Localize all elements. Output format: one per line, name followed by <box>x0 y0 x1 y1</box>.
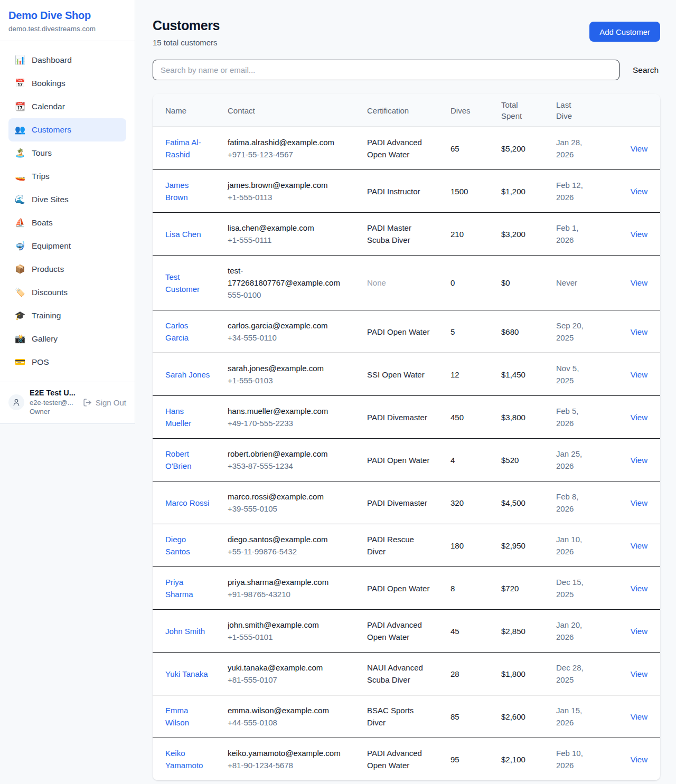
sidebar-item-boats[interactable]: ⛵Boats <box>8 211 126 234</box>
cell-certification: PADI Advanced Open Water <box>359 738 442 781</box>
cell-last-dive: Dec 15, 2025 <box>548 567 597 610</box>
sidebar-item-gallery[interactable]: 📸Gallery <box>8 327 126 351</box>
view-link[interactable]: View <box>631 456 647 465</box>
sidebar-item-label: POS <box>32 356 49 369</box>
view-link[interactable]: View <box>631 278 647 287</box>
customer-name-link[interactable]: Keiko Yamamoto <box>165 749 203 770</box>
cell-actions: View <box>597 653 660 695</box>
customer-name-link[interactable]: Lisa Chen <box>165 230 201 239</box>
user-name: E2E Test U... <box>30 389 78 397</box>
sidebar-item-label: Bookings <box>32 77 65 90</box>
cell-actions: View <box>597 567 660 610</box>
sidebar-item-bookings[interactable]: 📅Bookings <box>8 72 126 95</box>
customer-name-link[interactable]: Carlos Garcia <box>165 321 189 342</box>
customer-name-link[interactable]: Priya Sharma <box>165 578 193 599</box>
main-content: Customers 15 total customers Add Custome… <box>135 0 676 784</box>
cell-certification: SSI Open Water <box>359 353 442 396</box>
customer-name-link[interactable]: Marco Rossi <box>165 498 209 507</box>
sidebar-item-pos[interactable]: 💳POS <box>8 351 126 374</box>
view-link[interactable]: View <box>631 755 647 764</box>
table-row: Lisa Chenlisa.chen@example.com+1-555-011… <box>153 213 660 256</box>
view-link[interactable]: View <box>631 498 647 507</box>
sidebar-item-customers[interactable]: 👥Customers <box>8 118 126 141</box>
sign-out-button[interactable]: Sign Out <box>83 398 126 407</box>
sidebar-item-tours[interactable]: 🏝️Tours <box>8 141 126 165</box>
cell-dives: 85 <box>442 695 493 738</box>
cell-name: Hans Mueller <box>153 396 219 439</box>
cell-actions: View <box>597 353 660 396</box>
customer-phone: +49-170-555-2233 <box>228 417 350 429</box>
cell-last-dive: Jan 15, 2026 <box>548 695 597 738</box>
sidebar-item-products[interactable]: 📦Products <box>8 258 126 281</box>
customer-name-link[interactable]: Test Customer <box>165 272 200 294</box>
sidebar-item-training[interactable]: 🎓Training <box>8 304 126 327</box>
view-link[interactable]: View <box>631 584 647 593</box>
calendar-icon: 📆 <box>15 100 25 113</box>
customer-phone: +1-555-0101 <box>228 631 350 643</box>
view-link[interactable]: View <box>631 669 647 678</box>
sidebar-item-calendar[interactable]: 📆Calendar <box>8 95 126 118</box>
customer-name-link[interactable]: John Smith <box>165 627 205 636</box>
table-row: Robert O'Brienrobert.obrien@example.com+… <box>153 439 660 481</box>
cell-last-dive: Sep 20, 2025 <box>548 310 597 353</box>
view-link[interactable]: View <box>631 327 647 336</box>
view-link[interactable]: View <box>631 627 647 636</box>
sidebar-item-equipment[interactable]: 🤿Equipment <box>8 234 126 258</box>
cell-name: Diego Santos <box>153 524 219 567</box>
column-header-contact: Contact <box>219 94 359 127</box>
customer-name-link[interactable]: Yuki Tanaka <box>165 669 208 678</box>
sidebar-item-trips[interactable]: 🚤Trips <box>8 165 126 188</box>
cell-actions: View <box>597 481 660 524</box>
table-row: Diego Santosdiego.santos@example.com+55-… <box>153 524 660 567</box>
sidebar-item-label: Tours <box>32 147 52 159</box>
trips-icon: 🚤 <box>15 170 25 183</box>
table-row: Keiko Yamamotokeiko.yamamoto@example.com… <box>153 738 660 781</box>
cell-last-dive: Feb 1, 2026 <box>548 213 597 256</box>
cell-name: Keiko Yamamoto <box>153 738 219 781</box>
cell-name: Sarah Jones <box>153 353 219 396</box>
cell-total-spent: $2,850 <box>493 610 548 653</box>
dive-sites-icon: 🌊 <box>15 193 25 206</box>
customer-name-link[interactable]: Fatima Al-Rashid <box>165 138 201 159</box>
page-title: Customers <box>153 18 220 33</box>
cell-total-spent: $3,800 <box>493 396 548 439</box>
sidebar-item-label: Trips <box>32 170 50 183</box>
sidebar-item-dashboard[interactable]: 📊Dashboard <box>8 49 126 72</box>
customer-email: robert.obrien@example.com <box>228 448 350 460</box>
cell-actions: View <box>597 310 660 353</box>
customer-phone: +44-555-0108 <box>228 716 350 729</box>
cell-contact: marco.rossi@example.com+39-555-0105 <box>219 481 359 524</box>
cell-certification: PADI Open Water <box>359 310 442 353</box>
cell-contact: test-1772681807767@example.com555-0100 <box>219 256 359 310</box>
view-link[interactable]: View <box>631 230 647 239</box>
customer-name-link[interactable]: Sarah Jones <box>165 370 210 379</box>
products-icon: 📦 <box>15 263 25 276</box>
customer-name-link[interactable]: Emma Wilson <box>165 706 189 727</box>
customer-name-link[interactable]: James Brown <box>165 181 189 202</box>
customer-name-link[interactable]: Hans Mueller <box>165 407 191 428</box>
customer-name-link[interactable]: Robert O'Brien <box>165 449 192 470</box>
customer-name-link[interactable]: Diego Santos <box>165 535 190 556</box>
view-link[interactable]: View <box>631 187 647 196</box>
column-header-total-spent: Total Spent <box>493 94 548 127</box>
view-link[interactable]: View <box>631 541 647 550</box>
customer-email: diego.santos@example.com <box>228 533 350 545</box>
shop-domain: demo.test.divestreams.com <box>8 25 126 33</box>
cell-total-spent: $1,450 <box>493 353 548 396</box>
add-customer-button[interactable]: Add Customer <box>589 22 660 42</box>
sidebar-item-label: Boats <box>32 216 53 229</box>
customer-email: james.brown@example.com <box>228 179 350 191</box>
customer-count: 15 total customers <box>153 38 220 47</box>
search-button[interactable]: Search <box>631 65 660 75</box>
sidebar-item-dive-sites[interactable]: 🌊Dive Sites <box>8 188 126 211</box>
sidebar-item-discounts[interactable]: 🏷️Discounts <box>8 281 126 304</box>
customer-phone: +81-555-0107 <box>228 674 350 686</box>
user-role: Owner <box>30 407 78 416</box>
cell-certification: PADI Advanced Open Water <box>359 610 442 653</box>
search-input[interactable] <box>153 60 619 80</box>
view-link[interactable]: View <box>631 144 647 153</box>
view-link[interactable]: View <box>631 712 647 721</box>
view-link[interactable]: View <box>631 413 647 422</box>
cell-last-dive: Jan 10, 2026 <box>548 524 597 567</box>
view-link[interactable]: View <box>631 370 647 379</box>
